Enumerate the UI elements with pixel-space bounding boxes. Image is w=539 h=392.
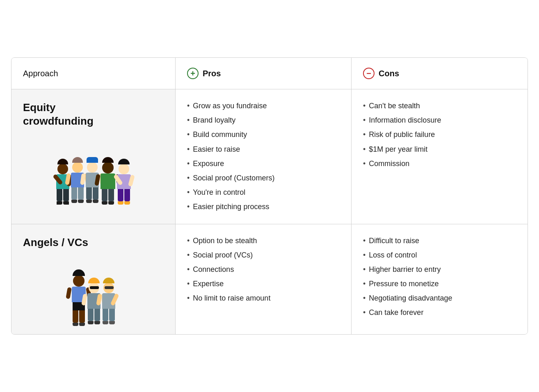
- angels-vcs-pros: Option to be stealthSocial proof (VCs)Co…: [176, 224, 352, 335]
- list-item: Exposure: [187, 159, 340, 169]
- table-header: Approach + Pros − Cons: [11, 58, 528, 89]
- pros-header: + Pros: [176, 58, 352, 89]
- list-item: Easier to raise: [187, 144, 340, 155]
- cons-header-label: Cons: [379, 69, 399, 78]
- list-item: Connections: [187, 264, 340, 275]
- list-item: Brand loyalty: [187, 115, 340, 125]
- list-item: Risk of public failure: [363, 130, 516, 140]
- angels-vcs-row: Angels / VCs: [11, 224, 528, 335]
- pros-header-label: Pros: [203, 69, 221, 78]
- cons-header: − Cons: [352, 58, 528, 89]
- list-item: Difficult to raise: [363, 236, 516, 246]
- person-4: [100, 157, 115, 205]
- angels-vcs-cons: Difficult to raiseLoss of controlHigher …: [352, 224, 528, 335]
- list-item: Build community: [187, 130, 340, 140]
- equity-crowdfunding-row: Equitycrowdfunding: [11, 89, 528, 224]
- angels-vcs-approach: Angels / VCs: [11, 224, 176, 335]
- list-item: Information disclosure: [363, 115, 516, 125]
- list-item: Can't be stealth: [363, 101, 516, 111]
- equity-pros-list: Grow as you fundraiseBrand loyaltyBuild …: [187, 101, 340, 212]
- vc-cons-list: Difficult to raiseLoss of controlHigher …: [363, 236, 516, 318]
- equity-cons-list: Can't be stealthInformation disclosureRi…: [363, 101, 516, 169]
- equity-crowdfunding-cons: Can't be stealthInformation disclosureRi…: [352, 89, 528, 224]
- vc-person-3: [102, 278, 115, 324]
- list-item: Loss of control: [363, 250, 516, 260]
- comparison-table: Approach + Pros − Cons Equitycrowdfundin…: [11, 57, 528, 335]
- equity-crowdfunding-illustration: [23, 139, 164, 205]
- equity-crowdfunding-approach: Equitycrowdfunding: [11, 89, 176, 224]
- angels-vcs-title: Angels / VCs: [23, 236, 164, 249]
- person-5: [117, 159, 131, 205]
- list-item: Easier pitching process: [187, 202, 340, 212]
- list-item: Grow as you fundraise: [187, 101, 340, 111]
- list-item: Pressure to monetize: [363, 279, 516, 289]
- list-item: Negotiating disadvantage: [363, 293, 516, 303]
- equity-crowdfunding-pros: Grow as you fundraiseBrand loyaltyBuild …: [176, 89, 352, 224]
- list-item: Option to be stealth: [187, 236, 340, 246]
- list-item: Higher barrier to entry: [363, 264, 516, 275]
- vc-pros-list: Option to be stealthSocial proof (VCs)Co…: [187, 236, 340, 304]
- cons-icon: −: [363, 68, 375, 79]
- list-item: $1M per year limit: [363, 144, 516, 155]
- list-item: No limit to raise amount: [187, 293, 340, 303]
- list-item: Expertise: [187, 279, 340, 289]
- list-item: Commission: [363, 159, 516, 169]
- pros-icon: +: [187, 68, 199, 79]
- list-item: Social proof (VCs): [187, 250, 340, 260]
- approach-header: Approach: [11, 58, 176, 89]
- angels-vcs-illustration: [23, 260, 164, 326]
- list-item: You're in control: [187, 187, 340, 198]
- list-item: Social proof (Customers): [187, 173, 340, 183]
- list-item: Can take forever: [363, 308, 516, 318]
- approach-header-label: Approach: [23, 69, 58, 78]
- equity-crowdfunding-title: Equitycrowdfunding: [23, 101, 164, 128]
